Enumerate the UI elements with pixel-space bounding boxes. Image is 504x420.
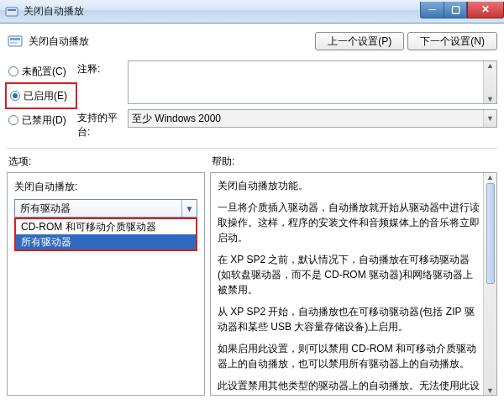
highlight-box-enabled: 已启用(E) (5, 82, 77, 109)
minimize-button[interactable]: ─ (420, 2, 444, 18)
scrollbar[interactable]: ▲ ▼ (483, 173, 496, 395)
drive-type-combo[interactable]: 所有驱动器 ▼ (14, 199, 197, 218)
platform-field: 至少 Windows 2000 ▼ (128, 109, 497, 128)
platform-value: 至少 Windows 2000 (132, 112, 221, 126)
radio-group: 未配置(C) 已启用(E) 已禁用(D) (7, 60, 77, 139)
scrollbar[interactable]: ▲▼ (483, 61, 496, 103)
svg-rect-2 (8, 36, 22, 46)
svg-rect-3 (10, 38, 20, 40)
policy-icon (7, 33, 24, 50)
app-icon (5, 5, 18, 18)
prev-setting-button[interactable]: 上一个设置(P) (315, 32, 404, 50)
combo-value: 所有驱动器 (20, 202, 71, 216)
list-item[interactable]: CD-ROM 和可移动介质驱动器 (16, 219, 196, 234)
comment-textarea[interactable]: ▲▼ (128, 60, 497, 104)
platform-label: 支持的平台: (77, 109, 128, 139)
drive-type-list: CD-ROM 和可移动介质驱动器 所有驱动器 (14, 218, 197, 251)
help-label: 帮助: (210, 155, 497, 169)
help-text: 在 XP SP2 之前，默认情况下，自动播放在可移动驱动器(如软盘驱动器，而不是… (218, 252, 481, 297)
chevron-down-icon: ▼ (181, 200, 197, 217)
radio-disabled[interactable]: 已禁用(D) (7, 112, 77, 129)
radio-icon (8, 115, 18, 125)
help-text: 一旦将介质插入驱动器，自动播放就开始从驱动器中进行读取操作。这样，程序的安装文件… (218, 200, 481, 245)
maximize-button[interactable]: ▢ (444, 2, 467, 18)
scroll-thumb[interactable] (486, 183, 495, 284)
radio-label: 已禁用(D) (22, 113, 66, 128)
svg-rect-0 (6, 8, 18, 16)
radio-unconfigured[interactable]: 未配置(C) (7, 63, 77, 80)
help-text: 从 XP SP2 开始，自动播放也在可移动驱动器(包括 ZIP 驱动器和某些 U… (218, 304, 481, 334)
radio-label: 已启用(E) (24, 89, 67, 103)
next-setting-button[interactable]: 下一个设置(N) (407, 32, 497, 50)
radio-icon (8, 66, 18, 76)
comment-label: 注释: (77, 60, 128, 76)
svg-rect-4 (10, 42, 17, 44)
radio-enabled[interactable]: 已启用(E) (8, 87, 74, 104)
options-panel: 关闭自动播放: 所有驱动器 ▼ CD-ROM 和可移动介质驱动器 所有驱动器 (7, 172, 205, 396)
options-label: 选项: (7, 155, 210, 169)
scroll-up-icon[interactable]: ▲ (486, 173, 494, 181)
radio-label: 未配置(C) (22, 65, 66, 79)
list-item[interactable]: 所有驱动器 (16, 234, 196, 249)
help-text: 如果启用此设置，则可以禁用 CD-ROM 和可移动介质驱动器上的自动播放，也可以… (218, 341, 481, 371)
window-title: 关闭自动播放 (24, 4, 420, 18)
help-text: 此设置禁用其他类型的驱动器上的自动播放。无法使用此设置在默认情况下已禁用的自动播… (218, 378, 481, 396)
options-section-label: 关闭自动播放: (14, 180, 197, 194)
help-text: 关闭自动播放功能。 (218, 178, 481, 193)
separator (7, 148, 497, 149)
help-panel: 关闭自动播放功能。 一旦将介质插入驱动器，自动播放就开始从驱动器中进行读取操作。… (210, 172, 497, 396)
header-row: 关闭自动播放 上一个设置(P) 下一个设置(N) (7, 29, 497, 54)
scroll-down-icon[interactable]: ▼ (486, 386, 494, 395)
svg-rect-1 (8, 9, 16, 11)
titlebar: 关闭自动播放 ─ ▢ ✕ (0, 0, 504, 24)
page-title: 关闭自动播放 (29, 34, 312, 49)
radio-icon (10, 91, 20, 101)
close-button[interactable]: ✕ (467, 2, 504, 18)
scrollbar[interactable]: ▼ (483, 110, 496, 127)
